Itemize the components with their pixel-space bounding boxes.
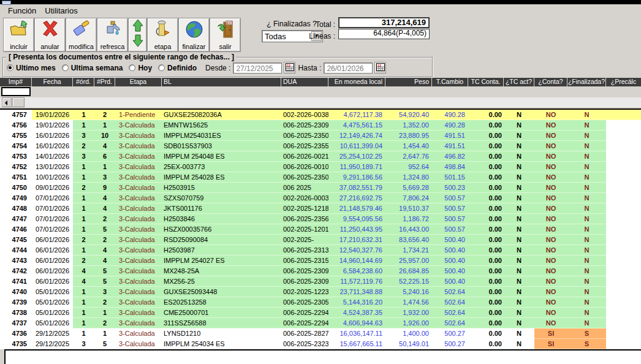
column-header-conta[interactable]: ¿Conta? (534, 78, 567, 86)
cell-local: 4,606,944.63 (328, 318, 385, 328)
cell-ord: 3 (73, 339, 94, 349)
table-row[interactable]: 475516/01/20263103-CalculadaIMPPLM254031… (0, 131, 641, 141)
column-header-dua[interactable]: DUA (281, 78, 328, 86)
menu-funcion[interactable]: Función (4, 6, 40, 16)
anular-button[interactable]: anular (34, 18, 66, 52)
cell-tcact: N (504, 110, 534, 120)
table-row[interactable]: 474607/01/2026153-CalculadaHSZX000357660… (0, 224, 641, 235)
table-row[interactable]: 474306/01/2026243-CalculadaIMPPLM 254027… (0, 256, 641, 266)
impnum-filter-input[interactable] (1, 87, 31, 96)
cell-final: N (567, 110, 606, 120)
table-row[interactable]: 473705/01/2026123-Calculada311SSZ5658800… (0, 318, 641, 328)
table-row[interactable]: 475110/01/2026133-CalculadaIMPPLM 254028… (0, 172, 641, 183)
cell-tcconta: 0.00 (468, 162, 504, 172)
table-row[interactable]: 475009/01/2026293-CalculadaH2503915006 2… (0, 183, 641, 193)
radio-hoy[interactable] (129, 64, 135, 71)
cell-prd: 2 (94, 214, 115, 224)
column-header-imp[interactable]: Imp# (0, 78, 31, 86)
salir-button[interactable]: EXIT salir (210, 18, 241, 52)
cell-bl: IMPPLM 254048 ES (162, 151, 281, 162)
column-header-precalc[interactable]: ¿Precálc (606, 78, 641, 86)
finalizar-button[interactable]: finalizar (178, 18, 210, 52)
table-row[interactable]: 474406/01/2026143-CalculadaH2503987006-2… (0, 245, 641, 256)
cell-bl: 311SSZ56588 (162, 318, 281, 328)
table-row[interactable]: 474907/01/2026143-CalculadaSZXS070759002… (0, 193, 641, 203)
cell-dua: 006-2026-0021 (281, 151, 328, 162)
table-row[interactable]: 474707/01/2026123-CalculadaH2503846006-2… (0, 214, 641, 224)
modifica-label: modifica (69, 43, 94, 50)
table-row[interactable]: 475719/01/2026121-PendienteGUXSE25082036… (0, 110, 641, 120)
salir-label: salir (219, 43, 231, 50)
radio-definido-label: Definido (167, 64, 197, 72)
scrollbar-thumb[interactable] (12, 97, 25, 107)
table-row[interactable]: 475314/01/2026363-CalculadaIMPPLM 254048… (0, 151, 641, 162)
table-row[interactable]: 473805/01/2026113-CalculadaCME2500070100… (0, 308, 641, 318)
hasta-input[interactable]: 26/01/2026 (324, 63, 373, 74)
column-header-bl[interactable]: BL (162, 78, 281, 86)
cell-prd: 4 (94, 193, 115, 203)
table-row[interactable]: 474106/01/2026453-CalculadaMX256-25006-2… (0, 276, 641, 287)
toolbar-button-strip: incluir anular modifica (3, 18, 241, 52)
table-header-row: Imp#Fecha#órd.#Prd.EtapaBLDUAEn moneda l… (0, 78, 641, 86)
column-header-ord[interactable]: #órd. (73, 78, 94, 86)
cell-precalc (606, 297, 641, 308)
incluir-button[interactable]: incluir (3, 18, 34, 52)
refresca-button[interactable]: refresca (97, 18, 128, 52)
column-header-final[interactable]: ¿Finalizada? (567, 78, 605, 86)
cell-ord: 1 (73, 308, 94, 318)
etapa-button[interactable]: etapa (147, 18, 178, 52)
cell-precalc (606, 276, 641, 287)
table-row[interactable]: 473905/01/2026123-CalculadaES20251325800… (0, 297, 641, 308)
column-header-etapa[interactable]: Etapa (115, 78, 161, 86)
radio-definido[interactable] (158, 64, 165, 71)
desde-input[interactable]: 27/12/2025 (233, 63, 282, 74)
modifica-button[interactable]: modifica (66, 18, 97, 52)
column-header-peso[interactable]: Peso (385, 78, 431, 86)
cell-conta: NO (534, 256, 567, 266)
column-header-fecha[interactable]: Fecha (32, 78, 72, 86)
horizontal-scrollbar[interactable] (0, 97, 641, 107)
column-header-prd[interactable]: #Prd. (94, 78, 115, 86)
table-row[interactable]: 475416/01/2026243-CalculadaSDB01S5379030… (0, 141, 641, 151)
table-row[interactable]: 474005/01/2026133-CalculadaGUXSE25093448… (0, 287, 641, 297)
desde-calendar-button[interactable]: 12 (284, 62, 295, 74)
cell-tcambio: 500.57 (432, 203, 468, 214)
column-header-local[interactable]: En moneda local (328, 78, 385, 86)
cell-conta: NO (534, 308, 567, 318)
cell-etapa: 3-Calculada (115, 131, 162, 141)
cell-final: N (567, 318, 606, 328)
table-row[interactable]: 475213/01/2026113-Calculada25EX-00377300… (0, 162, 641, 172)
cell-tcconta: 0.00 (468, 214, 504, 224)
column-header-tcconta[interactable]: TC Conta. (468, 78, 503, 86)
cell-fecha: 10/01/2026 (32, 172, 73, 183)
cell-fecha: 07/01/2026 (32, 224, 73, 235)
cell-final: N (567, 276, 606, 287)
column-header-tcact[interactable]: ¿TC act? (504, 78, 534, 86)
cell-ord: 1 (73, 287, 94, 297)
table-row[interactable]: 474807/01/2026143-CalculadaJKTS001176002… (0, 203, 641, 214)
cell-tcambio: 498.84 (432, 162, 468, 172)
move-up-down-button[interactable] (128, 18, 147, 52)
cell-peso: 16,443.00 (385, 224, 432, 235)
cell-tcconta: 0.00 (468, 339, 504, 349)
cell-local: 25,254,102.25 (328, 151, 385, 162)
radio-ultima-semana[interactable] (62, 64, 69, 71)
table-row[interactable]: 474206/01/2026453-CalculadaMX248-25A006-… (0, 266, 641, 276)
table-row[interactable]: 473629/12/2025113-CalculadaLYNSD1210006-… (0, 328, 641, 339)
scroll-left-arrow-button[interactable] (2, 97, 12, 107)
column-header-tcambio[interactable]: T.Cambio (432, 78, 468, 86)
table-row[interactable]: 474506/01/2026223-CalculadaRSD2509008400… (0, 235, 641, 245)
hasta-calendar-button[interactable]: 12 (374, 62, 386, 74)
menu-utilitarios[interactable]: Utilitarios (40, 6, 82, 16)
cell-peso: 1,454.40 (385, 141, 432, 151)
cell-imp: 4744 (0, 245, 32, 256)
cell-ord: 4 (73, 276, 94, 287)
cell-final: N (567, 224, 606, 235)
cell-bl: 25EX-003773 (162, 162, 281, 172)
cell-dua: 006-2025-2315 (281, 256, 328, 266)
table-row[interactable]: 475619/01/2026113-CalculadaEMNTW15625006… (0, 120, 641, 131)
radio-ultimo-mes[interactable] (7, 64, 13, 71)
cell-etapa: 3-Calculada (115, 287, 162, 297)
table-row[interactable]: 473529/12/2025353-CalculadaIMPPLM 254034… (0, 339, 641, 349)
cell-final: N (567, 193, 606, 203)
